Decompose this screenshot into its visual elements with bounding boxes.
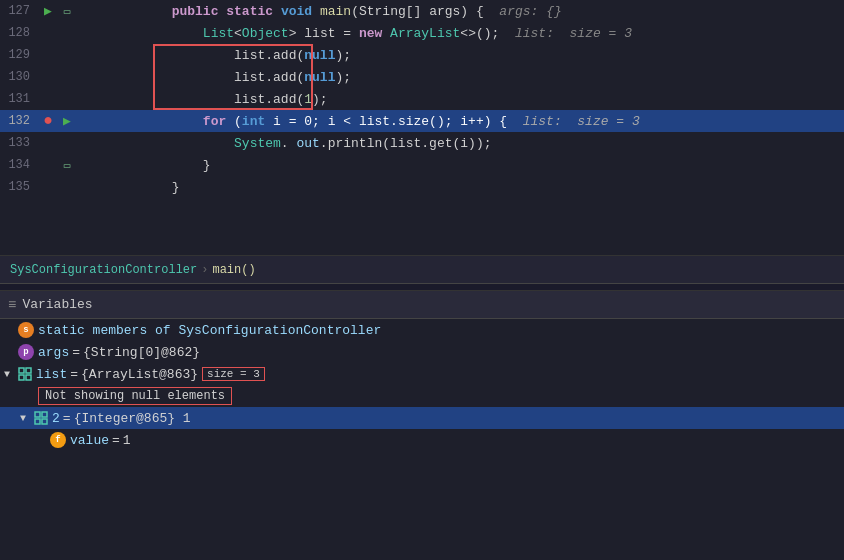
line-content-135: } bbox=[76, 165, 844, 210]
variables-panel: ≡ Variables s static members of SysConfi… bbox=[0, 291, 844, 560]
line-number-127: 127 bbox=[0, 4, 38, 18]
svg-rect-0 bbox=[19, 368, 24, 373]
bookmark-gutter-132: ▶ bbox=[58, 113, 76, 129]
gutter-132: ● bbox=[38, 112, 58, 130]
gutter-127: ▶ bbox=[38, 3, 58, 19]
svg-rect-3 bbox=[26, 375, 31, 380]
var-row-2[interactable]: ▼ 2 = {Integer@865} 1 bbox=[0, 407, 844, 429]
divider bbox=[0, 283, 844, 291]
svg-rect-5 bbox=[42, 412, 47, 417]
svg-rect-2 bbox=[19, 375, 24, 380]
bookmark-gutter-127: ▭ bbox=[58, 5, 76, 18]
expand-icon bbox=[4, 325, 16, 336]
code-line-135: 135 } bbox=[0, 176, 844, 198]
expand-icon-null bbox=[20, 391, 32, 402]
var-name-list: list bbox=[36, 367, 67, 382]
code-editor: 127 ▶ ▭ public static void main(String[]… bbox=[0, 0, 844, 255]
var-row-static[interactable]: s static members of SysConfigurationCont… bbox=[0, 319, 844, 341]
var-name-static: static members of SysConfigurationContro… bbox=[38, 323, 381, 338]
var-name-2: 2 bbox=[52, 411, 60, 426]
current-line-arrow: ▶ bbox=[63, 113, 71, 129]
line-number-129: 129 bbox=[0, 48, 38, 62]
static-icon: s bbox=[18, 322, 34, 338]
var-eq-args: = bbox=[72, 345, 80, 360]
line-number-128: 128 bbox=[0, 26, 38, 40]
var-val-args: {String[0]@862} bbox=[83, 345, 200, 360]
breakpoint-icon: ● bbox=[43, 112, 53, 130]
var-row-args[interactable]: p args = {String[0]@862} bbox=[0, 341, 844, 363]
svg-rect-6 bbox=[35, 419, 40, 424]
svg-rect-7 bbox=[42, 419, 47, 424]
line-number-131: 131 bbox=[0, 92, 38, 106]
line-number-135: 135 bbox=[0, 180, 38, 194]
menu-lines-icon: ≡ bbox=[8, 297, 16, 313]
var-size-badge: size = 3 bbox=[202, 367, 265, 381]
breadcrumb-bar: SysConfigurationController › main() bbox=[0, 255, 844, 283]
variables-title: Variables bbox=[22, 297, 92, 312]
line-number-134: 134 bbox=[0, 158, 38, 172]
line-number-132: 132 bbox=[0, 114, 38, 128]
bookmark-icon: ▭ bbox=[64, 5, 71, 18]
expand-icon-list: ▼ bbox=[4, 369, 16, 380]
list-var-icon-2 bbox=[34, 411, 48, 425]
var-row-null-warning: Not showing null elements bbox=[0, 385, 844, 407]
args-icon: p bbox=[18, 344, 34, 360]
var-name-args: args bbox=[38, 345, 69, 360]
run-arrow-icon: ▶ bbox=[44, 3, 52, 19]
var-eq-value: = bbox=[112, 433, 120, 448]
variables-header: ≡ Variables bbox=[0, 291, 844, 319]
svg-rect-1 bbox=[26, 368, 31, 373]
var-val-value: 1 bbox=[123, 433, 131, 448]
list-var-icon bbox=[18, 367, 32, 381]
var-val-list: {ArrayList@863} bbox=[81, 367, 198, 382]
expand-icon-value bbox=[36, 435, 48, 446]
expand-icon-2: ▼ bbox=[20, 413, 32, 424]
field-icon: f bbox=[50, 432, 66, 448]
svg-rect-4 bbox=[35, 412, 40, 417]
breadcrumb-method: main() bbox=[212, 263, 255, 277]
var-name-value: value bbox=[70, 433, 109, 448]
bookmark-icon-134: ▭ bbox=[64, 159, 71, 172]
null-warning-text: Not showing null elements bbox=[38, 387, 232, 405]
line-number-130: 130 bbox=[0, 70, 38, 84]
var-eq-list: = bbox=[70, 367, 78, 382]
var-row-list[interactable]: ▼ list = {ArrayList@863} size = 3 bbox=[0, 363, 844, 385]
code-lines: 127 ▶ ▭ public static void main(String[]… bbox=[0, 0, 844, 198]
breadcrumb-separator: › bbox=[201, 263, 208, 277]
line-number-133: 133 bbox=[0, 136, 38, 150]
bookmark-gutter-134: ▭ bbox=[58, 159, 76, 172]
breadcrumb-class: SysConfigurationController bbox=[10, 263, 197, 277]
var-row-value[interactable]: f value = 1 bbox=[0, 429, 844, 451]
var-eq-2: = bbox=[63, 411, 71, 426]
expand-icon-args bbox=[4, 347, 16, 358]
var-val-2: {Integer@865} 1 bbox=[74, 411, 191, 426]
